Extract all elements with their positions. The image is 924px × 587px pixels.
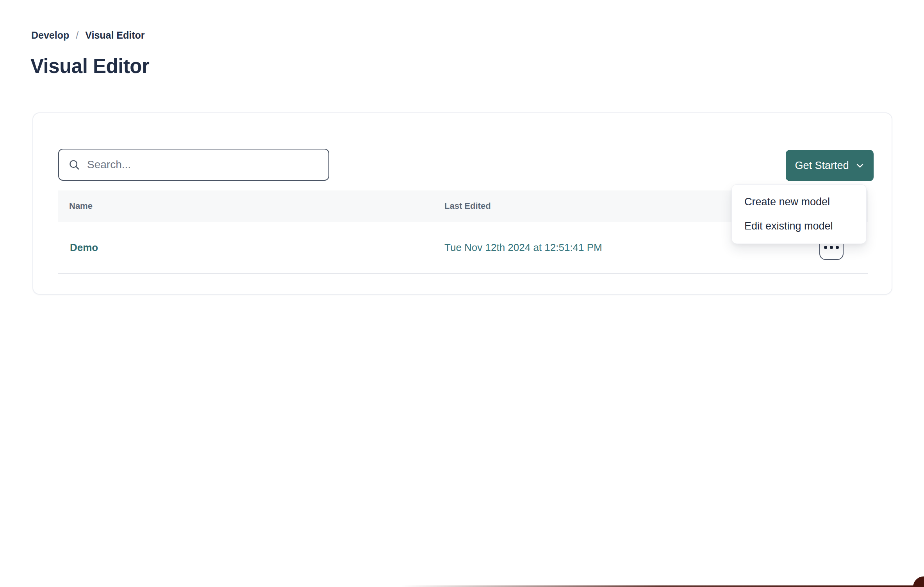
menu-item-edit-existing-model[interactable]: Edit existing model [732, 214, 866, 238]
window-edge-decoration [401, 585, 915, 587]
get-started-button[interactable]: Get Started [786, 150, 874, 181]
breadcrumb-item-visual-editor: Visual Editor [85, 30, 144, 41]
breadcrumb-item-develop[interactable]: Develop [31, 30, 69, 41]
menu-item-create-new-model[interactable]: Create new model [732, 190, 866, 214]
breadcrumb-separator: / [76, 30, 78, 41]
ellipsis-icon [824, 246, 839, 249]
page-title: Visual Editor [30, 55, 149, 78]
search-input[interactable] [87, 158, 319, 171]
get-started-dropdown: Create new model Edit existing model [731, 184, 867, 244]
search-box[interactable] [58, 149, 329, 181]
search-icon [68, 159, 80, 171]
breadcrumb: Develop / Visual Editor [31, 30, 145, 41]
column-header-name: Name [58, 201, 444, 211]
model-name-link[interactable]: Demo [69, 242, 98, 253]
visual-editor-page: Develop / Visual Editor Visual Editor Ge… [0, 0, 924, 587]
window-corner-decoration [913, 576, 924, 587]
chevron-down-icon [855, 161, 865, 170]
last-edited-value: Tue Nov 12th 2024 at 12:51:41 PM [444, 242, 602, 253]
get-started-label: Get Started [795, 160, 849, 172]
